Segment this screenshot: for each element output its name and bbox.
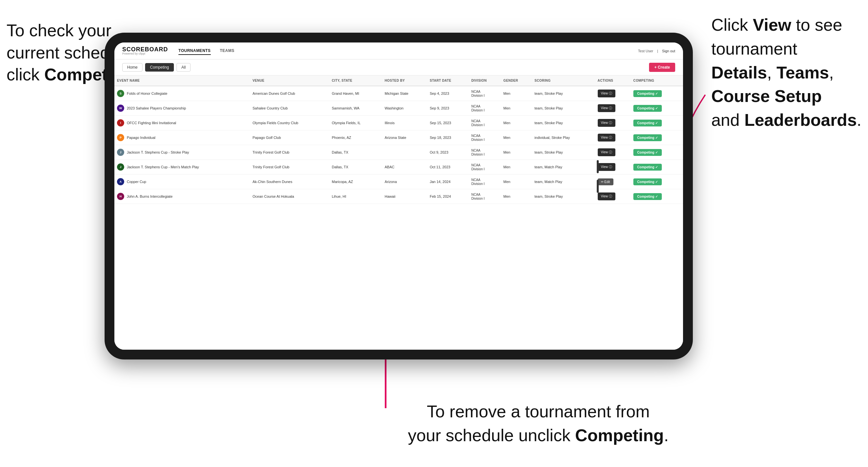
- logo-text: SCOREBOARD: [122, 46, 168, 52]
- cell-actions: View ⓘ: [595, 86, 631, 101]
- create-button[interactable]: + Create: [649, 63, 675, 72]
- cell-event-name: P Papago Individual: [114, 130, 250, 145]
- event-name-text: Jackson T. Stephens Cup - Men's Match Pl…: [127, 165, 199, 169]
- school-logo: I: [117, 119, 124, 126]
- cell-scoring: individual, Stroke Play: [532, 130, 595, 145]
- cell-competing: Competing ✓: [631, 116, 683, 130]
- view-button[interactable]: View ⓘ: [598, 90, 615, 97]
- cell-start-date: Feb 15, 2024: [427, 189, 469, 204]
- table-row: I OFCC Fighting Illini Invitational Olym…: [114, 116, 683, 130]
- tab-home[interactable]: Home: [122, 63, 143, 71]
- cell-city: Lihue, HI: [329, 189, 382, 204]
- cell-hosted: Hawaii: [382, 189, 427, 204]
- col-hosted: HOSTED BY: [382, 75, 427, 86]
- navbar: SCOREBOARD Powered by clippi TOURNAMENTS…: [114, 42, 683, 60]
- cell-hosted: Illinois: [382, 116, 427, 130]
- cell-scoring: team, Match Play: [532, 175, 595, 189]
- view-button[interactable]: View ⓘ: [598, 134, 615, 142]
- competing-button[interactable]: Competing ✓: [633, 164, 662, 170]
- table-row: P Papago Individual Papago Golf ClubPhoe…: [114, 130, 683, 145]
- cell-hosted: Arizona State: [382, 130, 427, 145]
- competing-button[interactable]: Competing ✓: [633, 179, 662, 185]
- cell-division: NCAADivision I: [469, 175, 501, 189]
- cell-event-name: J Jackson T. Stephens Cup - Stroke Play: [114, 145, 250, 160]
- tablet-screen: SCOREBOARD Powered by clippi TOURNAMENTS…: [114, 42, 683, 350]
- cell-start-date: Sep 4, 2023: [427, 86, 469, 101]
- cell-city: Olympia Fields, IL: [329, 116, 382, 130]
- cell-gender: Men: [501, 145, 532, 160]
- cell-event-name: H John A. Burns Intercollegiate: [114, 189, 250, 204]
- nav-right: Test User | Sign out: [638, 49, 675, 53]
- cell-venue: Sahalee Country Club: [250, 101, 330, 116]
- competing-button[interactable]: Competing ✓: [633, 120, 662, 126]
- cell-venue: Olympia Fields Country Club: [250, 116, 330, 130]
- school-logo: J: [117, 163, 124, 170]
- event-name-text: OFCC Fighting Illini Invitational: [127, 121, 176, 125]
- cell-event-name: W 2023 Sahalee Players Championship: [114, 101, 250, 116]
- cell-start-date: Sep 15, 2023: [427, 116, 469, 130]
- nav-signout[interactable]: Sign out: [662, 49, 675, 53]
- cell-competing: Competing ✓: [631, 145, 683, 160]
- cell-actions: View ⓘ: [595, 160, 631, 175]
- cell-start-date: Sep 18, 2023: [427, 130, 469, 145]
- col-scoring: SCORING: [532, 75, 595, 86]
- cell-hosted: Washington: [382, 101, 427, 116]
- nav-links: TOURNAMENTS TEAMS: [179, 47, 234, 55]
- cell-division: NCAADivision I: [469, 101, 501, 116]
- edit-button[interactable]: ✏ Edit: [598, 179, 613, 185]
- view-button[interactable]: View ⓘ: [598, 148, 615, 156]
- school-logo: H: [117, 193, 124, 200]
- cell-competing: Competing ✓: [631, 130, 683, 145]
- cell-competing: Competing ✓: [631, 160, 683, 175]
- cell-actions: View ⓘ: [595, 101, 631, 116]
- cell-scoring: team, Stroke Play: [532, 101, 595, 116]
- cell-division: NCAADivision I: [469, 86, 501, 101]
- view-button[interactable]: View ⓘ: [598, 104, 615, 112]
- col-division: DIVISION: [469, 75, 501, 86]
- cell-gender: Men: [501, 160, 532, 175]
- table-header-row: EVENT NAME VENUE CITY, STATE HOSTED BY S…: [114, 75, 683, 86]
- cell-venue: Papago Golf Club: [250, 130, 330, 145]
- cell-division: NCAADivision I: [469, 145, 501, 160]
- tab-all[interactable]: All: [177, 63, 190, 71]
- competing-button[interactable]: Competing ✓: [633, 90, 662, 97]
- view-button[interactable]: View ⓘ: [598, 163, 615, 171]
- cell-event-name: I OFCC Fighting Illini Invitational: [114, 116, 250, 130]
- cell-venue: Ocean Course At Hokuala: [250, 189, 330, 204]
- cell-event-name: J Jackson T. Stephens Cup - Men's Match …: [114, 160, 250, 175]
- cell-hosted: ABAC: [382, 160, 427, 175]
- annotation-top-right: Click View to see tournament Details, Te…: [711, 13, 862, 132]
- nav-teams[interactable]: TEAMS: [220, 47, 235, 55]
- cell-scoring: team, Stroke Play: [532, 189, 595, 204]
- cell-city: Dallas, TX: [329, 160, 382, 175]
- cell-gender: Men: [501, 116, 532, 130]
- cell-gender: Men: [501, 101, 532, 116]
- competing-button[interactable]: Competing ✓: [633, 105, 662, 112]
- cell-competing: Competing ✓: [631, 175, 683, 189]
- competing-button[interactable]: Competing ✓: [633, 193, 662, 200]
- school-logo: W: [117, 104, 124, 112]
- cell-start-date: Sep 9, 2023: [427, 101, 469, 116]
- cell-start-date: Oct 11, 2023: [427, 160, 469, 175]
- cell-venue: Trinity Forest Golf Club: [250, 160, 330, 175]
- cell-city: Phoenix, AZ: [329, 130, 382, 145]
- cell-hosted: Michigan State: [382, 86, 427, 101]
- cell-city: Dallas, TX: [329, 145, 382, 160]
- col-city: CITY, STATE: [329, 75, 382, 86]
- cell-city: Maricopa, AZ: [329, 175, 382, 189]
- cell-actions: View ⓘ: [595, 130, 631, 145]
- logo-sub: Powered by clippi: [122, 52, 168, 55]
- cell-gender: Men: [501, 175, 532, 189]
- view-button[interactable]: View ⓘ: [598, 119, 615, 127]
- col-competing: COMPETING: [631, 75, 683, 86]
- nav-tournaments[interactable]: TOURNAMENTS: [179, 47, 211, 55]
- tab-competing[interactable]: Competing: [145, 63, 174, 71]
- cell-competing: Competing ✓: [631, 189, 683, 204]
- competing-button[interactable]: Competing ✓: [633, 134, 662, 141]
- event-name-text: John A. Burns Intercollegiate: [127, 194, 173, 198]
- view-button[interactable]: View ⓘ: [598, 192, 615, 200]
- competing-button[interactable]: Competing ✓: [633, 149, 662, 156]
- cell-division: NCAADivision I: [469, 189, 501, 204]
- col-start: START DATE: [427, 75, 469, 86]
- event-name-text: Copper Cup: [127, 180, 146, 184]
